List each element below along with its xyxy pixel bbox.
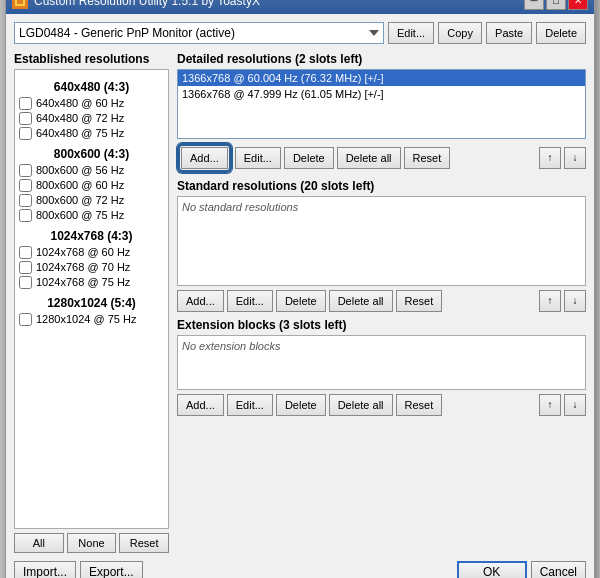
app-icon: [12, 0, 28, 9]
list-item[interactable]: 1366x768 @ 47.999 Hz (61.05 MHz) [+/-]: [178, 86, 585, 102]
res-label: 1024x768 @ 60 Hz: [36, 246, 130, 258]
extension-btn-row: Add... Edit... Delete Delete all Reset ↑…: [177, 394, 586, 416]
detailed-list[interactable]: 1366x768 @ 60.004 Hz (76.32 MHz) [+/-] 1…: [177, 69, 586, 139]
established-reset-button[interactable]: Reset: [119, 533, 169, 553]
res-check-1024-70[interactable]: [19, 261, 32, 274]
list-item: 1024x768 @ 60 Hz: [19, 245, 164, 260]
monitor-delete-button[interactable]: Delete: [536, 22, 586, 44]
extension-edit-button[interactable]: Edit...: [227, 394, 273, 416]
monitor-edit-button[interactable]: Edit...: [388, 22, 434, 44]
list-item: 800x600 @ 56 Hz: [19, 163, 164, 178]
extension-down-button[interactable]: ↓: [564, 394, 586, 416]
res-check-800-60[interactable]: [19, 179, 32, 192]
res-check-800-56[interactable]: [19, 164, 32, 177]
standard-section: Standard resolutions (20 slots left) No …: [177, 179, 586, 312]
detailed-section: Detailed resolutions (2 slots left) 1366…: [177, 52, 586, 173]
list-item: 800x600 @ 72 Hz: [19, 193, 164, 208]
res-check-1280-75[interactable]: [19, 313, 32, 326]
extension-add-button[interactable]: Add...: [177, 394, 224, 416]
standard-empty-text: No standard resolutions: [182, 201, 298, 213]
list-item: 1280x1024 @ 75 Hz: [19, 312, 164, 327]
add-highlight: Add...: [177, 143, 232, 173]
window-title: Custom Resolution Utility 1.5.1 by Toast…: [34, 0, 260, 8]
window-content: LGD0484 - Generic PnP Monitor (active) E…: [6, 14, 594, 579]
monitor-row: LGD0484 - Generic PnP Monitor (active) E…: [14, 22, 586, 44]
import-button[interactable]: Import...: [14, 561, 76, 579]
res-check-800-75[interactable]: [19, 209, 32, 222]
list-item: 640x480 @ 72 Hz: [19, 111, 164, 126]
established-controls: All None Reset: [14, 533, 169, 553]
minimize-button[interactable]: ─: [524, 0, 544, 10]
window-controls: ─ □ ✕: [524, 0, 588, 10]
standard-delete-button[interactable]: Delete: [276, 290, 326, 312]
extension-delete-all-button[interactable]: Delete all: [329, 394, 393, 416]
monitor-copy-button[interactable]: Copy: [438, 22, 482, 44]
detailed-down-button[interactable]: ↓: [564, 147, 586, 169]
res-label: 800x600 @ 72 Hz: [36, 194, 124, 206]
extension-reset-button[interactable]: Reset: [396, 394, 443, 416]
footer-left: Import... Export...: [14, 561, 143, 579]
group-title-1024: 1024x768 (4:3): [19, 229, 164, 243]
extension-empty-text: No extension blocks: [182, 340, 280, 352]
res-label: 1280x1024 @ 75 Hz: [36, 313, 136, 325]
monitor-paste-button[interactable]: Paste: [486, 22, 532, 44]
res-label: 800x600 @ 56 Hz: [36, 164, 124, 176]
established-none-button[interactable]: None: [67, 533, 117, 553]
right-panel: Detailed resolutions (2 slots left) 1366…: [177, 52, 586, 553]
res-label: 640x480 @ 60 Hz: [36, 97, 124, 109]
extension-list[interactable]: No extension blocks: [177, 335, 586, 390]
list-item: 800x600 @ 60 Hz: [19, 178, 164, 193]
list-item: 800x600 @ 75 Hz: [19, 208, 164, 223]
res-label: 1024x768 @ 75 Hz: [36, 276, 130, 288]
footer-right: OK Cancel: [457, 561, 586, 579]
res-check-800-72[interactable]: [19, 194, 32, 207]
footer-row: Import... Export... OK Cancel: [14, 561, 586, 579]
detailed-up-button[interactable]: ↑: [539, 147, 561, 169]
standard-edit-button[interactable]: Edit...: [227, 290, 273, 312]
extension-title: Extension blocks (3 slots left): [177, 318, 586, 332]
list-item: 640x480 @ 60 Hz: [19, 96, 164, 111]
detailed-delete-all-button[interactable]: Delete all: [337, 147, 401, 169]
standard-up-button[interactable]: ↑: [539, 290, 561, 312]
close-button[interactable]: ✕: [568, 0, 588, 10]
export-button[interactable]: Export...: [80, 561, 143, 579]
detailed-delete-button[interactable]: Delete: [284, 147, 334, 169]
extension-up-button[interactable]: ↑: [539, 394, 561, 416]
detailed-reset-button[interactable]: Reset: [404, 147, 451, 169]
res-check-640-75[interactable]: [19, 127, 32, 140]
group-title-1280: 1280x1024 (5:4): [19, 296, 164, 310]
standard-list[interactable]: No standard resolutions: [177, 196, 586, 286]
standard-title: Standard resolutions (20 slots left): [177, 179, 586, 193]
established-all-button[interactable]: All: [14, 533, 64, 553]
detailed-title: Detailed resolutions (2 slots left): [177, 52, 586, 66]
standard-delete-all-button[interactable]: Delete all: [329, 290, 393, 312]
detailed-add-button[interactable]: Add...: [181, 147, 228, 169]
ok-button[interactable]: OK: [457, 561, 527, 579]
res-label: 640x480 @ 72 Hz: [36, 112, 124, 124]
standard-down-button[interactable]: ↓: [564, 290, 586, 312]
restore-button[interactable]: □: [546, 0, 566, 10]
res-label: 640x480 @ 75 Hz: [36, 127, 124, 139]
list-item[interactable]: 1366x768 @ 60.004 Hz (76.32 MHz) [+/-]: [178, 70, 585, 86]
res-check-1024-75[interactable]: [19, 276, 32, 289]
res-check-1024-60[interactable]: [19, 246, 32, 259]
list-item: 1024x768 @ 70 Hz: [19, 260, 164, 275]
res-label: 1024x768 @ 70 Hz: [36, 261, 130, 273]
established-panel: Established resolutions 640x480 (4:3) 64…: [14, 52, 169, 553]
group-title-800: 800x600 (4:3): [19, 147, 164, 161]
group-title-640: 640x480 (4:3): [19, 80, 164, 94]
standard-reset-button[interactable]: Reset: [396, 290, 443, 312]
established-list: 640x480 (4:3) 640x480 @ 60 Hz 640x480 @ …: [14, 69, 169, 529]
res-check-640-60[interactable]: [19, 97, 32, 110]
res-check-640-72[interactable]: [19, 112, 32, 125]
extension-delete-button[interactable]: Delete: [276, 394, 326, 416]
monitor-select[interactable]: LGD0484 - Generic PnP Monitor (active): [14, 22, 384, 44]
cancel-button[interactable]: Cancel: [531, 561, 586, 579]
svg-rect-2: [17, 0, 23, 4]
main-area: Established resolutions 640x480 (4:3) 64…: [14, 52, 586, 553]
established-title: Established resolutions: [14, 52, 169, 66]
standard-add-button[interactable]: Add...: [177, 290, 224, 312]
list-item: 640x480 @ 75 Hz: [19, 126, 164, 141]
detailed-edit-button[interactable]: Edit...: [235, 147, 281, 169]
standard-btn-row: Add... Edit... Delete Delete all Reset ↑…: [177, 290, 586, 312]
